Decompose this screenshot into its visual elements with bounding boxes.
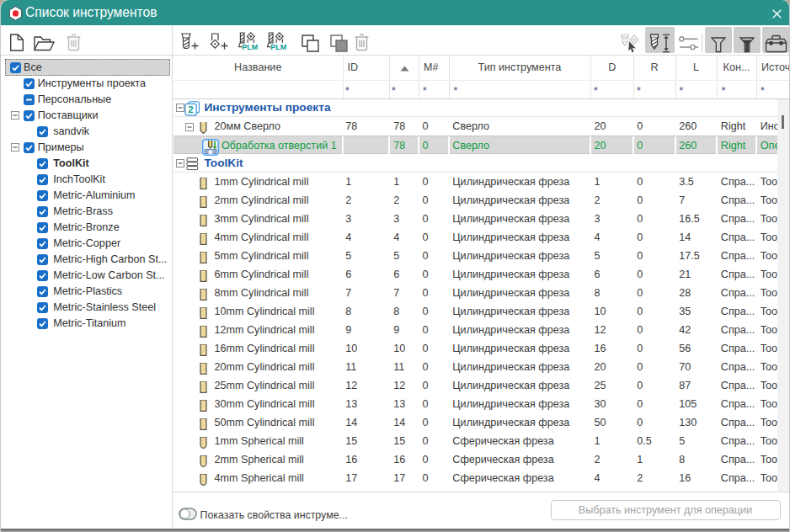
svg-text:PLM: PLM (242, 43, 258, 51)
svg-text:PLM: PLM (270, 43, 286, 51)
svg-text:2: 2 (188, 104, 193, 114)
